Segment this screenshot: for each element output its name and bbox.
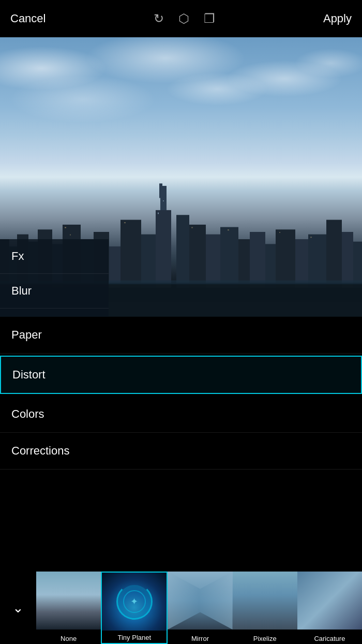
svg-rect-23: [276, 230, 295, 288]
effect-thumbnails: None ✦ Tiny Planet Mirror Pixelize Caric…: [36, 572, 362, 644]
effect-pixelize-preview: [233, 572, 297, 630]
effect-mirror-thumb[interactable]: Mirror: [168, 572, 232, 644]
svg-rect-29: [65, 227, 66, 228]
toolbar: Cancel ↻ ⬡ ❐ Apply: [0, 0, 362, 37]
effect-pixelize-label: Pixelize: [233, 633, 297, 644]
svg-rect-33: [163, 200, 164, 201]
effect-tinyplanet-label: Tiny Planet: [102, 632, 167, 643]
svg-rect-31: [124, 222, 126, 223]
effect-caricature-thumb[interactable]: Caricature: [297, 572, 362, 644]
svg-rect-16: [176, 215, 189, 287]
effect-caricature-label: Caricature: [297, 633, 362, 644]
image-preview: Fx Blur Artistic Pop Art: [0, 37, 362, 317]
category-item-blur[interactable]: Blur: [0, 274, 109, 309]
swirl-center-icon: ✦: [130, 596, 138, 607]
svg-rect-18: [206, 235, 220, 288]
svg-rect-11: [120, 220, 141, 288]
effect-none-preview: [36, 572, 101, 630]
effects-strip: ⌄ None ✦ Tiny Planet Mirror Pixelize: [0, 572, 362, 644]
svg-rect-19: [220, 227, 238, 288]
svg-rect-36: [279, 232, 280, 233]
svg-rect-15: [159, 184, 162, 198]
category-item-fx[interactable]: Fx: [0, 239, 109, 274]
effect-caricature-preview: [297, 572, 362, 630]
cloud-overlay: [0, 37, 362, 191]
svg-rect-37: [310, 237, 312, 238]
effect-none-thumb[interactable]: None: [36, 572, 101, 644]
eraser-icon[interactable]: ⬡: [178, 11, 189, 26]
categories-list: Paper Distort Colors Corrections: [0, 317, 362, 470]
category-paper[interactable]: Paper: [0, 317, 362, 354]
toolbar-actions: ↻ ⬡ ❐: [154, 11, 215, 26]
cancel-button[interactable]: Cancel: [10, 12, 46, 25]
refresh-icon[interactable]: ↻: [154, 11, 164, 26]
category-corrections[interactable]: Corrections: [0, 433, 362, 470]
effect-tinyplanet-thumb[interactable]: ✦ Tiny Planet: [101, 572, 168, 644]
apply-button[interactable]: Apply: [323, 12, 352, 25]
copy-icon[interactable]: ❐: [204, 11, 215, 26]
effect-pixelize-thumb[interactable]: Pixelize: [233, 572, 297, 644]
category-distort[interactable]: Distort: [0, 356, 362, 394]
svg-rect-17: [189, 225, 206, 288]
svg-rect-32: [158, 213, 159, 214]
svg-rect-21: [250, 232, 265, 288]
effect-tinyplanet-preview: ✦: [102, 573, 167, 631]
effect-mirror-label: Mirror: [168, 633, 232, 644]
svg-rect-26: [326, 220, 342, 288]
swirl-icon: ✦: [116, 583, 153, 620]
svg-rect-34: [191, 227, 193, 228]
svg-rect-12: [141, 235, 156, 288]
svg-rect-14: [156, 210, 171, 288]
svg-rect-27: [342, 232, 353, 288]
category-panel-overlay: Fx Blur Artistic Pop Art: [0, 239, 109, 317]
effect-none-label: None: [36, 633, 101, 644]
chevron-down-button[interactable]: ⌄: [0, 572, 36, 644]
svg-rect-25: [308, 235, 326, 288]
category-colors[interactable]: Colors: [0, 396, 362, 433]
svg-rect-30: [70, 235, 71, 236]
svg-rect-35: [228, 230, 229, 231]
effect-mirror-preview: [168, 572, 232, 630]
mirror-effect-icon: [168, 572, 232, 630]
chevron-down-icon: ⌄: [12, 600, 24, 616]
category-item-artistic[interactable]: Artistic: [0, 309, 109, 317]
